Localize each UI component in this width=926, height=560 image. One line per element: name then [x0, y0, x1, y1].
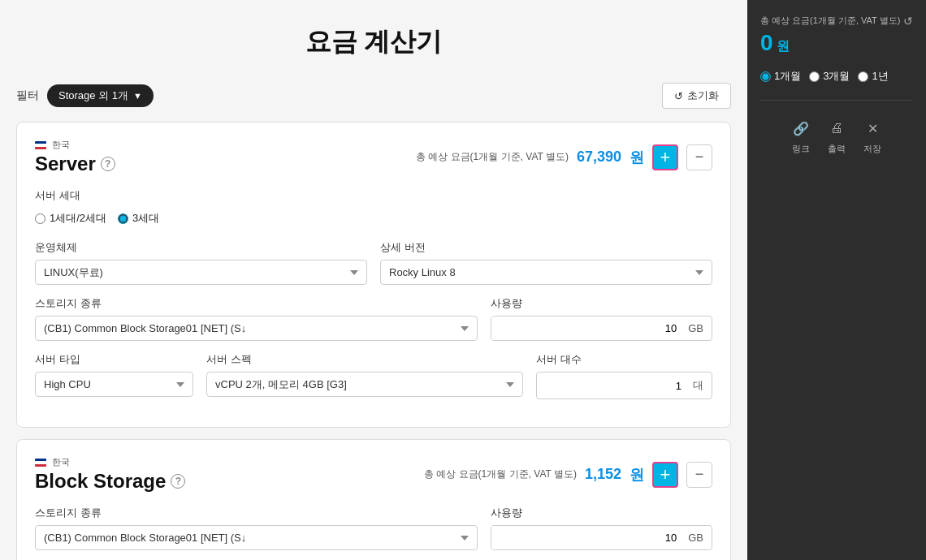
usage-label: 사용량	[491, 296, 712, 311]
block-storage-type-group: 스토리지 종류 (CB1) Common Block Storage01 [NE…	[35, 506, 478, 550]
server-region: 한국	[35, 139, 115, 151]
block-storage-region: 한국	[35, 456, 185, 468]
block-storage-type-select[interactable]: (CB1) Common Block Storage01 [NET] (S↓	[35, 525, 478, 550]
server-count-input-wrapper: 대	[536, 372, 712, 399]
block-storage-usage-input[interactable]	[491, 526, 685, 549]
korea-flag-icon	[35, 141, 46, 149]
block-storage-title-area: 한국 Block Storage ?	[35, 456, 185, 493]
server-spec-label: 서버 스펙	[206, 352, 523, 367]
block-storage-price-label: 총 예상 요금(1개월 기준, VAT 별도)	[424, 467, 577, 481]
server-os-row: 운영체제 LINUX(무료) Windows 상세 버전 Rocky Linux…	[35, 240, 712, 285]
block-storage-usage-wrapper: GB	[491, 525, 712, 550]
reset-button[interactable]: ↺ 초기화	[662, 83, 731, 109]
sidebar-print-action[interactable]: 🖨 출력	[825, 117, 848, 155]
os-label: 운영체제	[35, 240, 367, 255]
filter-badge[interactable]: Storage 외 1개 ▼	[47, 84, 154, 107]
sidebar-price-area: 총 예상 요금(1개월 기준, VAT 별도) 0 원	[760, 15, 900, 56]
server-type-label: 서버 타입	[35, 352, 193, 367]
usage-unit: GB	[685, 317, 712, 340]
sidebar-actions: 🔗 링크 🖨 출력 ✕ 저장	[760, 117, 913, 155]
server-card-title-area: 한국 Server ?	[35, 139, 115, 175]
server-price-unit: 원	[630, 148, 644, 167]
print-icon: 🖨	[825, 117, 848, 140]
block-storage-card: 한국 Block Storage ? 총 예상 요금(1개월 기준, VAT 별…	[16, 439, 731, 560]
generation-label: 서버 세대	[35, 188, 159, 203]
server-price-area: 총 예상 요금(1개월 기준, VAT 별도) 67,390 원 + −	[416, 144, 712, 170]
block-storage-help-icon[interactable]: ?	[171, 474, 185, 489]
sidebar-price-title: 총 예상 요금(1개월 기준, VAT 별도)	[760, 15, 900, 27]
server-spec-group: 서버 스펙 vCPU 2개, 메모리 4GB [G3]	[206, 352, 523, 397]
server-generation-row: 서버 세대 1세대/2세대 3세대	[35, 188, 712, 229]
usage-input[interactable]	[491, 317, 685, 340]
sidebar-header: 총 예상 요금(1개월 기준, VAT 별도) 0 원 ↺	[760, 15, 913, 56]
refresh-icon: ↺	[674, 90, 683, 102]
os-version-label: 상세 버전	[380, 240, 712, 255]
block-storage-price-unit: 원	[630, 465, 644, 485]
server-price-label: 총 예상 요금(1개월 기준, VAT 별도)	[416, 150, 569, 164]
os-group: 운영체제 LINUX(무료) Windows	[35, 240, 367, 285]
block-storage-usage-unit: GB	[685, 526, 712, 549]
os-version-group: 상세 버전 Rocky Linux 8 Ubuntu 20.04 CentOS …	[380, 240, 712, 285]
link-icon: 🔗	[790, 117, 812, 140]
server-add-button[interactable]: +	[652, 144, 678, 170]
block-storage-row: 스토리지 종류 (CB1) Common Block Storage01 [NE…	[35, 506, 712, 550]
storage-type-group: 스토리지 종류 (CB1) Common Block Storage01 [NE…	[35, 296, 478, 341]
sidebar-price-number: 0	[760, 30, 773, 56]
server-card-header: 한국 Server ? 총 예상 요금(1개월 기준, VAT 별도) 67,3…	[35, 139, 712, 175]
sidebar-price-value-row: 0 원	[760, 30, 900, 56]
sidebar: 총 예상 요금(1개월 기준, VAT 별도) 0 원 ↺ 1개월 3개월 1년	[747, 0, 926, 560]
block-storage-remove-button[interactable]: −	[686, 462, 712, 488]
server-type-select[interactable]: High CPU Standard High Memory	[35, 372, 193, 397]
block-storage-usage-group: 사용량 GB	[491, 506, 712, 550]
block-storage-add-button[interactable]: +	[652, 462, 678, 488]
server-title: Server ?	[35, 153, 115, 175]
block-storage-price-value: 1,152	[585, 466, 621, 483]
sidebar-link-action[interactable]: 🔗 링크	[790, 117, 812, 155]
block-storage-card-header: 한국 Block Storage ? 총 예상 요금(1개월 기준, VAT 별…	[35, 456, 712, 493]
usage-input-wrapper: GB	[491, 316, 712, 341]
save-icon: ✕	[861, 117, 884, 140]
sidebar-period-row: 1개월 3개월 1년	[760, 69, 913, 84]
korea-flag-icon-2	[35, 459, 46, 467]
block-storage-title: Block Storage ?	[35, 470, 185, 493]
server-count-input[interactable]	[537, 374, 690, 398]
chevron-down-icon: ▼	[133, 91, 142, 101]
storage-type-label: 스토리지 종류	[35, 296, 478, 311]
storage-usage-group: 사용량 GB	[491, 296, 712, 341]
filter-badge-text: Storage 외 1개	[58, 88, 128, 103]
period-1year[interactable]: 1년	[858, 69, 888, 84]
generation-radio-group: 1세대/2세대 3세대	[35, 208, 159, 229]
server-count-unit: 대	[690, 373, 712, 398]
period-1month[interactable]: 1개월	[760, 69, 801, 84]
os-version-select[interactable]: Rocky Linux 8 Ubuntu 20.04 CentOS 7	[380, 260, 712, 285]
period-3month[interactable]: 3개월	[809, 69, 850, 84]
server-remove-button[interactable]: −	[686, 144, 712, 170]
server-price-value: 67,390	[577, 149, 621, 166]
storage-type-select[interactable]: (CB1) Common Block Storage01 [NET] (S↓	[35, 316, 478, 341]
sidebar-price-unit: 원	[777, 38, 790, 55]
block-storage-price-area: 총 예상 요금(1개월 기준, VAT 별도) 1,152 원 + −	[424, 462, 712, 488]
server-count-group: 서버 대수 대	[536, 352, 712, 399]
generation-option-2[interactable]: 3세대	[118, 211, 159, 226]
sidebar-refresh-button[interactable]: ↺	[903, 15, 913, 28]
block-storage-usage-label: 사용량	[491, 506, 712, 520]
page-title: 요금 계산기	[16, 24, 731, 60]
server-generation-group: 서버 세대 1세대/2세대 3세대	[35, 188, 159, 229]
server-help-icon[interactable]: ?	[101, 157, 115, 171]
server-type-row: 서버 타입 High CPU Standard High Memory 서버 스…	[35, 352, 712, 399]
filter-label: 필터	[16, 88, 39, 103]
block-storage-type-label: 스토리지 종류	[35, 506, 478, 520]
reset-label: 초기화	[687, 88, 719, 103]
server-spec-select[interactable]: vCPU 2개, 메모리 4GB [G3]	[206, 372, 523, 397]
sidebar-divider	[760, 100, 913, 101]
server-count-label: 서버 대수	[536, 352, 712, 367]
sidebar-save-action[interactable]: ✕ 저장	[861, 117, 884, 155]
generation-option-1[interactable]: 1세대/2세대	[35, 211, 106, 226]
server-type-group: 서버 타입 High CPU Standard High Memory	[35, 352, 193, 397]
os-select[interactable]: LINUX(무료) Windows	[35, 260, 367, 285]
server-card: 한국 Server ? 총 예상 요금(1개월 기준, VAT 별도) 67,3…	[16, 122, 731, 428]
server-storage-row: 스토리지 종류 (CB1) Common Block Storage01 [NE…	[35, 296, 712, 341]
filter-bar: 필터 Storage 외 1개 ▼ ↺ 초기화	[16, 83, 731, 109]
